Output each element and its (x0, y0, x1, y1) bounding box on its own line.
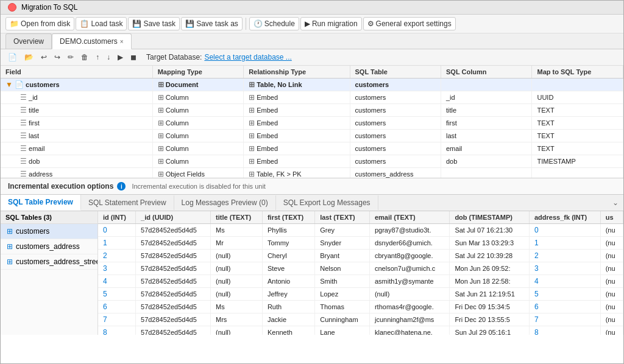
schedule-button[interactable]: 🕐 Schedule (249, 17, 299, 30)
id-link[interactable]: 0 (103, 226, 107, 234)
table-row: 857d28452ed5d4d5(null)KennethLaneklanec@… (98, 326, 623, 335)
tab-demo-customers[interactable]: DEMO.customers × (52, 33, 132, 49)
data-cell-2-7: 2 (529, 250, 600, 262)
data-col-8: us (600, 211, 623, 224)
select-target-db-link[interactable]: Select a target database ... (204, 53, 291, 61)
stop-button[interactable]: ◼ (128, 52, 139, 63)
data-cell-5-8: (nu (600, 288, 623, 301)
id-link[interactable]: 4 (534, 277, 539, 285)
id-link[interactable]: 7 (534, 315, 539, 324)
data-cell-6-0: 6 (98, 301, 136, 313)
data-cell-2-2: (null) (211, 250, 263, 262)
mapping-cell: ⊞ Column (152, 130, 243, 142)
mapping-row-1[interactable]: ☰ _id ⊞ Column ⊞ Embed customers _id UUI… (1, 91, 623, 104)
tab-overview[interactable]: Overview (5, 33, 52, 49)
sql-table-item-customers-address[interactable]: ⊞ customers_address (1, 239, 98, 254)
edit-button[interactable]: ✏ (65, 52, 76, 63)
id-link[interactable]: 8 (534, 328, 539, 335)
data-cell-0-2: Ms (211, 224, 263, 237)
sql-table-cell: customers (350, 91, 441, 104)
data-cell-7-7: 7 (529, 313, 600, 326)
id-link[interactable]: 1 (534, 239, 539, 247)
save-as-icon: 💾 (185, 19, 194, 28)
data-cell-1-1: 57d28452ed5d4d5 (136, 237, 211, 250)
mapping-row-5[interactable]: ☰ email ⊞ Column ⊞ Embed customers email… (1, 142, 623, 155)
sql-column-cell: email (441, 142, 532, 155)
move-down-button[interactable]: ↓ (104, 52, 113, 63)
save-task-as-button[interactable]: 💾 Save task as (181, 17, 243, 30)
sql-column-cell: dob (441, 155, 532, 168)
id-link[interactable]: 3 (103, 264, 107, 273)
open-button[interactable]: 📂 (22, 52, 36, 63)
data-table: id (INT)_id (UUID)title (TEXT)first (TEX… (98, 211, 623, 335)
mapping-row-7[interactable]: ☰ address ⊞ Object Fields ⊞ Table, FK > … (1, 168, 623, 179)
relationship-cell: ⊞ Table, No Link (244, 79, 350, 91)
data-col-1: _id (UUID) (136, 211, 211, 224)
mapping-row-2[interactable]: ☰ title ⊞ Column ⊞ Embed customers title… (1, 104, 623, 117)
data-cell-4-0: 4 (98, 275, 136, 288)
sql-table-cell: customers_address (350, 168, 441, 179)
mapping-row-3[interactable]: ☰ first ⊞ Column ⊞ Embed customers first… (1, 117, 623, 130)
id-link[interactable]: 2 (534, 251, 539, 260)
data-cell-6-2: Ms (211, 301, 263, 313)
data-cell-1-0: 1 (98, 237, 136, 250)
data-cell-0-7: 0 (529, 224, 600, 237)
sql-table-cell: customers (350, 79, 441, 91)
id-link[interactable]: 8 (103, 328, 107, 335)
id-link[interactable]: 3 (534, 264, 539, 273)
sql-table-item-customers[interactable]: ⊞ customers (1, 224, 98, 239)
mapping-row-0[interactable]: ▼ 📄 customers ⊞ Document ⊞ Table, No Lin… (1, 79, 623, 91)
close-button[interactable] (8, 3, 16, 12)
data-cell-3-7: 3 (529, 262, 600, 275)
id-link[interactable]: 0 (534, 226, 539, 234)
mapping-row-6[interactable]: ☰ dob ⊞ Column ⊞ Embed customers dob TIM… (1, 155, 623, 168)
col-sql-table: SQL Table (350, 66, 441, 79)
id-link[interactable]: 1 (103, 239, 107, 247)
mapping-row-4[interactable]: ☰ last ⊞ Column ⊞ Embed customers last T… (1, 130, 623, 142)
id-link[interactable]: 5 (534, 290, 539, 298)
move-up-button[interactable]: ↑ (93, 52, 102, 63)
expand-icon[interactable]: ⌄ (608, 195, 623, 210)
id-link[interactable]: 7 (103, 315, 107, 324)
load-task-button[interactable]: 📋 Load task (76, 17, 127, 30)
data-cell-6-6: Fri Dec 09 15:34:5 (450, 301, 530, 313)
map-type-cell: TIMESTAMP (532, 155, 623, 168)
data-cell-4-1: 57d28452ed5d4d5 (136, 275, 211, 288)
general-export-settings-button[interactable]: ⚙ General export settings (363, 17, 456, 30)
save-task-button[interactable]: 💾 Save task (128, 17, 180, 30)
data-cell-2-4: Bryant (315, 250, 370, 262)
run-migration-button[interactable]: ▶ Run migration (300, 17, 362, 30)
data-col-5: email (TEXT) (369, 211, 449, 224)
tab-close-button[interactable]: × (120, 38, 124, 45)
map-type-cell: TEXT (532, 130, 623, 142)
col-sql-column: SQL Column (441, 66, 532, 79)
field-cell: ☰ first (1, 117, 152, 130)
id-link[interactable]: 4 (103, 277, 107, 285)
redo-button[interactable]: ↪ (52, 52, 63, 63)
relationship-cell: ⊞ Embed (244, 104, 350, 117)
mapping-cell: ⊞ Column (152, 117, 243, 130)
data-cell-8-4: Lane (315, 326, 370, 335)
sql-table-item-customers-address-street[interactable]: ⊞ customers_address_street (1, 254, 98, 270)
id-link[interactable]: 6 (103, 303, 107, 311)
id-link[interactable]: 5 (103, 290, 107, 298)
undo-button[interactable]: ↩ (38, 52, 49, 63)
id-link[interactable]: 2 (103, 251, 107, 260)
data-col-2: title (TEXT) (211, 211, 263, 224)
id-link[interactable]: 6 (534, 303, 539, 311)
tab-sql-table-preview[interactable]: SQL Table Preview (1, 195, 81, 211)
delete-button[interactable]: 🗑 (79, 52, 91, 63)
tab-sql-export-log[interactable]: SQL Export Log Messages (276, 195, 378, 210)
info-icon[interactable]: i (117, 182, 126, 191)
play-button[interactable]: ▶ (115, 52, 126, 63)
open-from-disk-button[interactable]: 📁 Open from disk (5, 17, 74, 30)
new-button[interactable]: 📄 (5, 52, 20, 63)
tab-sql-statement-preview[interactable]: SQL Statement Preview (81, 195, 174, 210)
tab-log-messages-preview[interactable]: Log Messages Preview (0) (174, 195, 276, 210)
data-cell-6-4: Thomas (315, 301, 370, 313)
bottom-tabs: SQL Table Preview SQL Statement Preview … (1, 195, 623, 211)
data-cell-4-8: (nu (600, 275, 623, 288)
data-cell-8-7: 8 (529, 326, 600, 335)
toolbar-separator-1 (246, 18, 246, 30)
mapping-cell: ⊞ Object Fields (152, 168, 243, 179)
